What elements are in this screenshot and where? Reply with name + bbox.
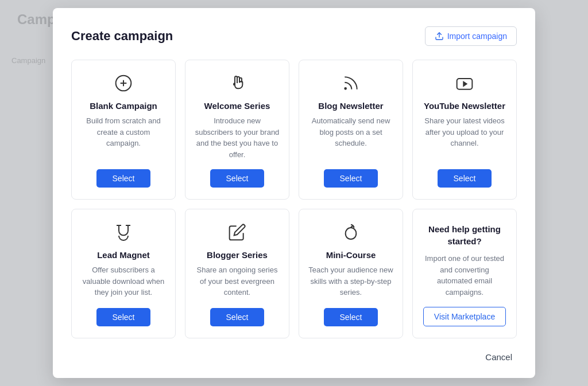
hand-wave-icon (228, 74, 246, 95)
card-youtube-newsletter-desc: Share your latest videos after you uploa… (422, 115, 507, 160)
cancel-button[interactable]: Cancel (481, 350, 517, 364)
card-welcome-series: Welcome Series Introduce new subscribers… (185, 60, 289, 200)
modal-header: Create campaign Import campaign (71, 26, 517, 46)
card-mini-course-select-button[interactable]: Select (324, 308, 378, 326)
magnet-icon (114, 223, 133, 244)
svg-point-4 (345, 88, 346, 89)
card-youtube-newsletter-title: YouTube Newsletter (424, 101, 505, 111)
card-blog-newsletter-select-button[interactable]: Select (324, 169, 378, 188)
card-blogger-series-title: Blogger Series (207, 250, 268, 260)
import-campaign-label: Import campaign (447, 32, 507, 41)
card-mini-course-desc: Teach your audience new skills with a st… (308, 264, 393, 299)
help-card-title: Need help getting started? (422, 223, 507, 247)
card-blank-campaign-select-button[interactable]: Select (96, 169, 151, 188)
import-campaign-button[interactable]: Import campaign (425, 26, 517, 46)
plus-circle-icon (114, 74, 133, 95)
card-welcome-series-title: Welcome Series (204, 101, 270, 111)
campaign-cards-grid: Blank Campaign Build from scratch and cr… (71, 60, 517, 338)
help-card-desc: Import one of our tested and converting … (422, 253, 507, 298)
card-lead-magnet: Lead Magnet Offer subscribers a valuable… (71, 209, 176, 338)
modal-title: Create campaign (71, 29, 173, 44)
card-welcome-series-select-button[interactable]: Select (210, 169, 265, 188)
youtube-icon (455, 74, 474, 95)
card-blank-campaign-title: Blank Campaign (90, 101, 157, 111)
modal-overlay: Create campaign Import campaign (0, 0, 588, 386)
upload-icon (435, 32, 444, 41)
card-blog-newsletter-title: Blog Newsletter (318, 101, 383, 111)
svg-marker-6 (463, 81, 467, 87)
card-blog-newsletter-desc: Automatically send new blog posts on a s… (308, 115, 393, 160)
card-youtube-newsletter: YouTube Newsletter Share your latest vid… (412, 60, 517, 200)
card-blogger-series-select-button[interactable]: Select (210, 308, 265, 326)
visit-marketplace-button[interactable]: Visit Marketplace (423, 307, 506, 326)
card-blank-campaign-desc: Build from scratch and create a custom c… (81, 115, 166, 160)
pencil-icon (228, 223, 246, 244)
card-lead-magnet-title: Lead Magnet (97, 250, 150, 260)
card-blogger-series-desc: Share an ongoing series of your best eve… (195, 264, 280, 299)
card-lead-magnet-desc: Offer subscribers a valuable download wh… (81, 264, 166, 299)
card-blogger-series: Blogger Series Share an ongoing series o… (185, 209, 289, 338)
card-blog-newsletter: Blog Newsletter Automatically send new b… (299, 60, 403, 200)
card-youtube-newsletter-select-button[interactable]: Select (438, 169, 492, 188)
card-blank-campaign: Blank Campaign Build from scratch and cr… (71, 60, 176, 200)
create-campaign-modal: Create campaign Import campaign (53, 8, 535, 378)
modal-footer: Cancel (71, 350, 517, 364)
card-welcome-series-desc: Introduce new subscribers to your brand … (195, 115, 280, 160)
help-card: Need help getting started? Import one of… (412, 209, 517, 338)
card-mini-course-title: Mini-Course (326, 250, 376, 260)
apple-icon (342, 223, 360, 244)
card-mini-course: Mini-Course Teach your audience new skil… (299, 209, 403, 338)
card-lead-magnet-select-button[interactable]: Select (96, 308, 151, 326)
rss-icon (342, 74, 360, 95)
